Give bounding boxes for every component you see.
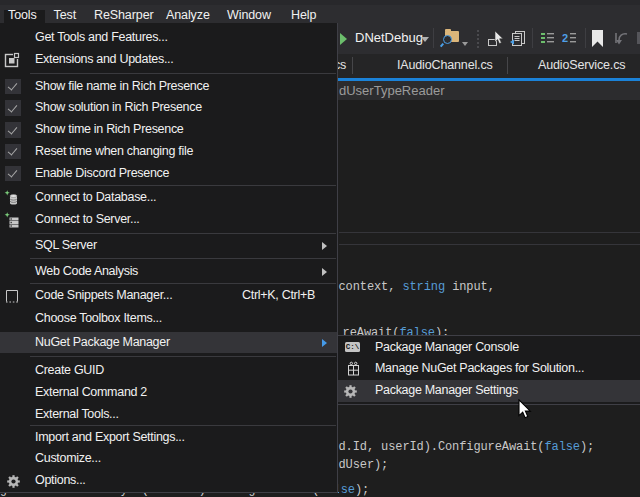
svg-text:2: 2 [562,32,568,44]
